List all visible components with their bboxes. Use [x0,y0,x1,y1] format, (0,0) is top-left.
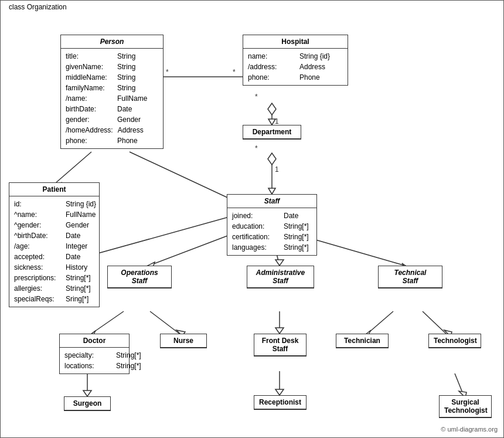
diagram-container: class Organization 1 * * * 1 * [0,0,504,438]
doctor-body: specialty:String[*] locations:String[*] [60,348,129,374]
technical-staff-header: TechnicalStaff [379,266,442,288]
administrative-staff-class: AdministrativeStaff [247,266,314,288]
svg-text:*: * [166,68,169,76]
department-header: Department [243,125,301,139]
svg-line-17 [149,235,229,266]
operations-staff-header: OperationsStaff [108,266,171,288]
svg-text:*: * [255,144,258,152]
svg-marker-20 [275,260,284,266]
svg-text:1: 1 [275,117,279,125]
staff-header: Staff [227,195,316,208]
diagram-title: class Organization [6,3,69,11]
svg-marker-5 [268,103,276,115]
nurse-class: Nurse [160,334,207,348]
svg-marker-34 [83,391,91,396]
technical-staff-class: TechnicalStaff [378,266,442,288]
technician-header: Technician [336,334,388,348]
svg-marker-28 [275,328,284,334]
receptionist-header: Receptionist [254,396,306,409]
doctor-class: Doctor specialty:String[*] locations:Str… [59,334,130,374]
doctor-header: Doctor [60,334,129,348]
svg-text:1: 1 [275,165,279,174]
svg-marker-13 [268,153,276,165]
svg-marker-6 [268,119,275,125]
svg-line-31 [423,311,446,334]
surgical-technologist-header: SurgicalTechnologist [440,396,491,417]
staff-body: joined:Date education:String[*] certific… [227,208,316,255]
front-desk-staff-header: Front DeskStaff [254,334,306,356]
surgeon-class: Surgeon [64,396,111,411]
patient-header: Patient [9,183,99,196]
operations-staff-class: OperationsStaff [107,266,172,288]
patient-class: Patient id:String {id} ^name:FullName ^g… [9,182,100,307]
hospital-body: name:String {id} /address:Address phone:… [243,49,348,85]
nurse-header: Nurse [161,334,206,348]
svg-line-0 [56,152,91,182]
svg-marker-14 [268,188,275,194]
surgical-technologist-class: SurgicalTechnologist [439,395,492,418]
patient-body: id:String {id} ^name:FullName ^gender:Ge… [9,196,99,307]
copyright: © uml-diagrams.org [441,426,498,433]
person-body: title:String givenName:String middleName… [61,49,163,148]
svg-line-23 [91,311,124,334]
person-class: Person title:String givenName:String mid… [60,35,164,149]
administrative-staff-header: AdministrativeStaff [247,266,314,288]
department-class: Department [243,125,301,140]
technician-class: Technician [336,334,389,348]
hospital-class: Hospital name:String {id} /address:Addre… [243,35,348,86]
staff-class: Staff joined:Date education:String[*] ce… [227,194,317,256]
svg-line-25 [150,311,179,334]
technologist-class: Technologist [428,334,481,348]
surgeon-header: Surgeon [64,397,110,410]
svg-line-29 [367,311,393,334]
svg-marker-36 [275,389,284,395]
hospital-header: Hospital [243,35,348,49]
svg-text:*: * [233,68,236,76]
receptionist-class: Receptionist [254,395,307,410]
svg-line-37 [455,374,464,395]
technologist-header: Technologist [429,334,481,348]
front-desk-staff-class: Front DeskStaff [254,334,307,356]
svg-text:*: * [255,93,258,101]
person-header: Person [61,35,163,49]
